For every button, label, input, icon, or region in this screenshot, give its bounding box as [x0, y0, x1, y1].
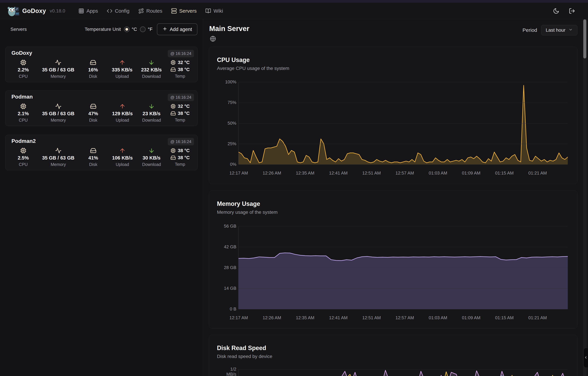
- server-timestamp: @ 16:16:24: [168, 138, 194, 145]
- nav-item-apps[interactable]: Apps: [78, 8, 98, 14]
- temp-row: 32 °C: [171, 59, 190, 66]
- arrow-up-icon: [119, 59, 125, 66]
- navbar: GoDoxy v0.18.0 AppsConfigRoutesServersWi…: [0, 3, 588, 19]
- xtick-label: 01:09 AM: [462, 315, 481, 320]
- temp-value: 38 °C: [178, 155, 190, 160]
- nav-item-config[interactable]: Config: [107, 8, 129, 14]
- xtick-label: 12:57 AM: [396, 315, 414, 320]
- server-name: Podman2: [11, 138, 36, 144]
- disk-read-speed-card: Disk Read Speed Disk read speed by devic…: [209, 335, 577, 376]
- page-title: Main Server: [209, 25, 249, 33]
- stat-label: Disk: [89, 74, 97, 79]
- nav-item-label: Routes: [146, 8, 162, 14]
- sidebar-collapse-tab[interactable]: [583, 348, 588, 368]
- stat-value: 23 KB/s: [143, 111, 160, 116]
- ytick-label: 1/2 MB/s: [211, 367, 236, 376]
- xtick-label: 01:03 AM: [429, 170, 447, 176]
- server-card-podman[interactable]: Podman @ 16:16:24 2.1% CPU 35 GB / 63 GB…: [5, 91, 198, 126]
- cpu-chip-icon: [171, 104, 176, 109]
- stats-row: 2.2% CPU 35 GB / 63 GB Memory 16% Disk 3…: [13, 59, 190, 79]
- hard-drive-icon: [90, 147, 96, 154]
- nav-item-routes[interactable]: Routes: [138, 8, 162, 14]
- hard-drive-icon: [171, 67, 176, 72]
- ytick-label: 25%: [211, 141, 236, 146]
- gridline: [238, 288, 568, 289]
- moon-icon[interactable]: [553, 8, 559, 14]
- server-name: GoDoxy: [11, 50, 32, 56]
- stat-memory: 35 GB / 63 GB Memory: [42, 103, 75, 123]
- logout-icon[interactable]: [569, 8, 575, 14]
- nav-item-label: Apps: [86, 8, 98, 14]
- radio-celsius[interactable]: [124, 26, 130, 32]
- activity-icon: [55, 147, 62, 154]
- gridline: [238, 103, 568, 103]
- add-agent-button[interactable]: Add agent: [157, 23, 197, 35]
- stat-disk: 16% Disk: [83, 59, 103, 79]
- stat-label: Download: [142, 162, 161, 167]
- radio-fahrenheit[interactable]: [140, 26, 146, 32]
- stat-label: Upload: [116, 74, 129, 79]
- stat-cpu: 2.5% CPU: [13, 147, 33, 167]
- stat-label: CPU: [19, 162, 28, 167]
- content-area: Servers Temperature Unit °C °F Add agent…: [0, 19, 588, 376]
- add-agent-label: Add agent: [170, 27, 192, 32]
- nav-item-servers[interactable]: Servers: [171, 8, 197, 14]
- stat-memory: 35 GB / 63 GB Memory: [42, 147, 75, 167]
- godoxy-logo: [7, 5, 19, 17]
- radio-celsius-label: °C: [132, 27, 137, 32]
- window-top-strip: [0, 0, 588, 3]
- stat-value: 35 GB / 63 GB: [42, 67, 74, 73]
- cpu-chip-icon: [171, 148, 176, 153]
- stat-value: 35 GB / 63 GB: [42, 155, 75, 161]
- server-card-godoxy[interactable]: GoDoxy @ 16:16:24 2.2% CPU 35 GB / 63 GB…: [5, 47, 198, 82]
- main-scrollbar[interactable]: [583, 19, 587, 376]
- stat-label: Temp: [175, 74, 185, 79]
- stat-label: Temp: [175, 162, 185, 167]
- server-card-podman2[interactable]: Podman2 @ 16:16:24 2.5% CPU 35 GB / 63 G…: [5, 135, 198, 170]
- temp-row: 38 °C: [171, 147, 190, 154]
- disk-chart-title: Disk Read Speed: [217, 345, 266, 352]
- main-panel: Main Server Period Last hour CPU Usage A…: [203, 19, 588, 376]
- servers-sidebar: Servers Temperature Unit °C °F Add agent…: [0, 19, 203, 376]
- stat-value: 2.1%: [18, 111, 29, 116]
- stat-upload: 106 KB/s Upload: [112, 147, 133, 167]
- xtick-label: 01:21 AM: [528, 170, 547, 176]
- gridline: [238, 164, 568, 165]
- gridline: [238, 309, 568, 309]
- cpu-usage-card: CPU Usage Average CPU usage of the syste…: [209, 47, 577, 184]
- hard-drive-icon: [171, 111, 176, 116]
- chevron-down-icon: [568, 27, 573, 33]
- period-select[interactable]: Last hour: [541, 25, 577, 35]
- stat-value: 41%: [88, 155, 98, 161]
- server-name: Podman: [11, 94, 33, 100]
- radio-fahrenheit-label: °F: [148, 27, 152, 32]
- temp-value: 32 °C: [178, 104, 190, 109]
- xtick-label: 12:17 AM: [229, 315, 248, 320]
- ytick-label: 75%: [211, 100, 236, 105]
- nav-item-label: Servers: [179, 8, 197, 14]
- disk-chart-subtitle: Disk read speed by device: [217, 354, 272, 359]
- plus-icon: [162, 26, 167, 32]
- temp-row: 32 °C: [171, 103, 190, 110]
- xtick-label: 12:17 AM: [229, 170, 248, 176]
- stat-label: Upload: [116, 118, 129, 123]
- chevron-left-icon: [584, 356, 588, 360]
- stat-disk: 41% Disk: [83, 147, 103, 167]
- scrollbar-thumb[interactable]: [583, 19, 586, 58]
- nav-item-wiki[interactable]: Wiki: [205, 8, 223, 14]
- period-row: Period Last hour: [523, 25, 577, 35]
- stat-label: CPU: [19, 118, 28, 123]
- stat-cpu: 2.1% CPU: [13, 103, 33, 123]
- stats-row: 2.1% CPU 35 GB / 63 GB Memory 47% Disk 1…: [13, 103, 190, 123]
- stat-download: 23 KB/s Download: [141, 103, 162, 123]
- stat-label: Memory: [51, 162, 66, 167]
- arrow-down-icon: [148, 103, 155, 110]
- stat-temp: 32 °C 38 °C Temp: [171, 103, 190, 123]
- code-icon: [107, 8, 112, 14]
- disk-chart-plot: [238, 369, 568, 376]
- book-icon: [205, 8, 211, 14]
- stat-value: 335 KB/s: [112, 67, 132, 73]
- nav-actions: [553, 8, 575, 14]
- stat-value: 129 KB/s: [112, 111, 133, 116]
- xtick-label: 12:35 AM: [296, 315, 314, 320]
